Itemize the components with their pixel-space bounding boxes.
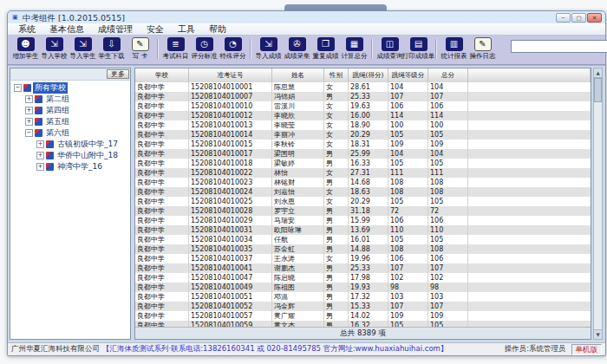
table-cell: 105 [428,235,468,244]
status-bar: 广州华夏汇海科技有限公司 【汇海体质测试系列·联系电话:13826160341 … [8,342,605,355]
table-row[interactable]: 良都中学15208104010028罗宇立男31.187272 [135,206,591,216]
table-cell-fill [468,244,591,254]
toolbar-button-scoring-standard[interactable]: ◷评分标准 [191,37,218,61]
table-row[interactable]: 良都中学15208104010051邓温男17.32103103 [135,292,591,302]
toolbar-button-label: 增加学生 [13,52,39,61]
column-header-6[interactable]: 总分 [428,68,468,82]
tree-expand-icon[interactable]: + [36,140,44,148]
table-cell: 105 [428,197,468,206]
table-row[interactable]: 良都中学15208104010001陈思慧女28.61104104 [135,82,591,92]
table-cell: 15208104010034 [189,235,272,244]
sidebar-item-1[interactable]: +第二组 [10,94,130,105]
column-header-1[interactable]: 准考证号 [189,68,272,82]
sidebar-item-3[interactable]: +第五组 [10,116,130,127]
table-row[interactable]: 良都中学15208104010012李晓欣女16.00114114 [135,111,591,120]
tree-expand-icon[interactable]: + [25,107,33,114]
contact-info-link[interactable]: 【汇海体质测试系列·联系电话:13826160341 或 020-8149578… [102,344,501,354]
table-header-row: 学校准考证号姓名性别跳绳(得分)跳绳等级分总分 [135,68,591,83]
sidebar-item-0[interactable]: −所有学校 [10,82,130,94]
table-row[interactable]: 良都中学15208104010013李晓莹女18.90100100 [135,120,591,130]
table-cell: 良都中学 [135,283,189,292]
menu-item-4[interactable]: 工具 [171,23,202,36]
table-cell: 104 [428,149,468,159]
table-cell: 108 [388,187,428,197]
toolbar-button-calc-total[interactable]: ▦计算总分 [341,37,368,61]
table-row[interactable]: 良都中学15208104010041谢鹏杰男25.33107107 [135,263,591,273]
tree-collapse-icon[interactable]: − [14,84,22,92]
tree-collapse-icon[interactable]: − [25,129,33,137]
table-row[interactable]: 良都中学15208104010057黄广耀男14.02109109 [135,311,591,321]
tree-expand-icon[interactable]: + [25,95,33,103]
tree-expand-icon[interactable]: + [36,163,44,171]
table-row[interactable]: 良都中学15208104010015李秋铃女18.31109109 [135,140,591,149]
table-row[interactable]: 良都中学15208104010017梁国明男25.99104104 [135,149,591,159]
stats-report-icon: ▥ [446,37,463,51]
table-row[interactable]: 良都中学15208104010022林怡女27.31111111 [135,168,591,178]
toolbar-button-import-school[interactable]: ⇲导入学校 [41,37,68,61]
toolbar-button-score-collection[interactable]: ✇成绩采集 [284,37,310,61]
table-row[interactable]: 良都中学15208104010007冯锦娟男25.33107107 [135,92,591,101]
maximize-button[interactable]: ▢ [571,13,586,23]
minimize-button[interactable]: ─ [556,13,571,23]
sidebar-item-2[interactable]: +第四组 [10,105,130,116]
menu-item-3[interactable]: 安全 [140,23,171,36]
table-scrollbar[interactable]: ▲ ▼ [593,68,603,340]
toolbar-button-student-download[interactable]: ⇩学生下载 [98,37,125,61]
table-row[interactable]: 良都中学15208104010034任航男16.01105105 [135,235,591,244]
toolbar-button-special-scoring[interactable]: ◔特殊评分 [219,37,246,61]
table-row[interactable]: 良都中学15208104010029马瑞安男15.99106106 [135,216,591,225]
toolbar-button-stats-report[interactable]: ▥统计报表 [441,37,467,61]
menu-item-0[interactable]: 系统 [11,23,42,36]
toolbar-button-operation-log[interactable]: ✎操作日志 [469,37,496,61]
title-bar[interactable]: ▣ 中考组件 [1.0.2015.0515] ─ ▢ ✕ [8,11,605,23]
toolbar-button-label: 导入学校 [42,52,68,61]
toolbar-search-input[interactable] [511,40,607,53]
sidebar-item-5[interactable]: +古镇初级中学_17 [10,139,130,150]
column-header-5[interactable]: 跳绳等级分 [388,68,428,82]
table-row[interactable]: 良都中学15208104010014李丽冲女20.29105105 [135,130,591,140]
table-row[interactable]: 良都中学15208104010010雷溪川女19.63106106 [135,101,591,111]
menu-item-2[interactable]: 成绩管理 [91,23,140,36]
table-row[interactable]: 良都中学15208104010024刘嘉怡女18.63108108 [135,187,591,197]
table-row[interactable]: 良都中学15208104010037王永涛女19.96106106 [135,254,591,263]
table-cell: 良都中学 [135,101,189,111]
table-row[interactable]: 良都中学15208104010025刘永恩女20.29105105 [135,197,591,206]
table-row[interactable]: 良都中学15208104010049陈祖图男19.939898 [135,283,591,292]
toolbar-button-write-card[interactable]: ✎写 卡 [127,37,153,61]
column-header-2[interactable]: 姓名 [272,68,324,82]
table-row[interactable]: 良都中学15208104010031欧阳咏琳男13.69110110 [135,225,591,235]
table-row[interactable]: 良都中学15208104010023林铭财男14.68108108 [135,178,591,187]
table-cell: 105 [388,197,428,206]
table-row[interactable]: 良都中学15208104010052冯金辉男15.33107107 [135,302,591,311]
tree-expand-icon[interactable]: + [25,118,33,126]
toolbar-button-add-student[interactable]: ☻增加学生 [12,37,39,61]
toolbar-button-import-scores[interactable]: ⇲导入成绩 [255,37,282,61]
menu-item-5[interactable]: 帮助 [202,23,233,36]
table-cell-fill [468,311,591,321]
toolbar-button-import-student[interactable]: ⇲导入学生 [69,37,96,61]
sidebar-item-7[interactable]: +神湾中学_16 [10,161,130,172]
menu-item-1[interactable]: 基本信息 [42,23,91,36]
toolbar-button-duplicate-scores[interactable]: ❐重复成绩 [312,37,339,61]
table-body[interactable]: 良都中学15208104010001陈思慧女28.61104104良都中学152… [135,82,591,328]
sidebar-item-4[interactable]: −第六组 [10,127,130,139]
table-row[interactable]: 良都中学15208104010018梁敏婷男16.33105105 [135,159,591,168]
table-row[interactable]: 良都中学15208104010035苏金虹男14.88108108 [135,244,591,254]
column-header-3[interactable]: 性别 [324,68,349,82]
toolbar-button-print-report[interactable]: ▤打印成绩单 [405,37,432,61]
more-button[interactable]: 更多 [107,69,129,79]
scroll-up-icon[interactable]: ▲ [594,68,602,78]
column-header-4[interactable]: 跳绳(得分) [349,68,388,82]
close-button[interactable]: ✕ [587,13,602,23]
scrollbar-thumb[interactable] [594,78,602,102]
tree-expand-icon[interactable]: + [36,152,44,159]
scroll-down-icon[interactable]: ▼ [594,329,602,339]
table-row[interactable]: 良都中学15208104010047陈启晓男17.98102102 [135,273,591,283]
toolbar-button-score-query[interactable]: ◫成绩查询 [376,37,403,61]
column-header-0[interactable]: 学校 [135,68,189,82]
sidebar-item-6[interactable]: +华侨中山附中_18 [10,150,130,161]
table-cell: 梁敏婷 [272,159,324,168]
toolbar-button-exam-subjects[interactable]: ≣考试科目 [162,37,189,61]
table-cell: 良都中学 [135,130,189,140]
table-cell-fill [468,263,591,273]
